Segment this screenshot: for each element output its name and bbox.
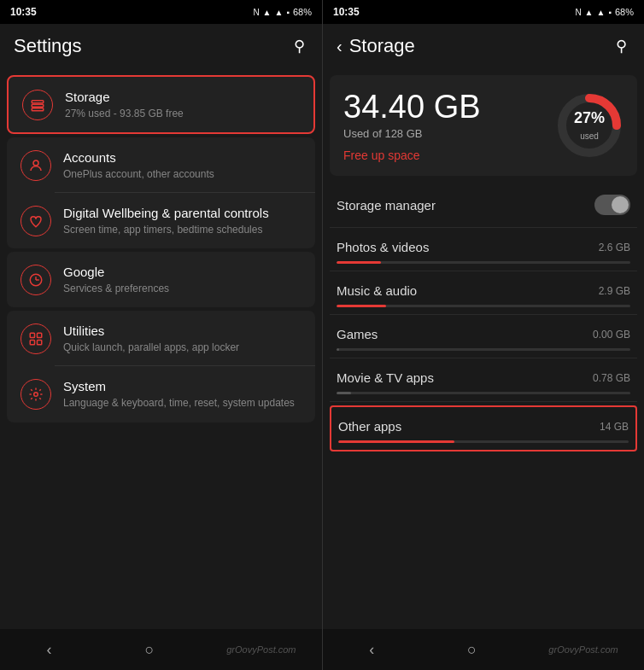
storage-row-movies-top: Movie & TV apps 0.78 GB bbox=[337, 370, 630, 385]
settings-item-google[interactable]: Google Services & preferences bbox=[7, 252, 315, 307]
google-title: Google bbox=[63, 264, 302, 281]
storage-manager-label: Storage manager bbox=[337, 198, 436, 213]
svg-point-9 bbox=[34, 393, 38, 397]
status-bar-left: 10:35 N ▲ ▲ ▪ 68% bbox=[0, 0, 322, 24]
utilities-icon-wrapper bbox=[20, 323, 51, 354]
music-bar-track bbox=[337, 305, 630, 307]
status-icons-left: N ▲ ▲ ▪ 68% bbox=[253, 7, 312, 17]
storage-row-photos[interactable]: Photos & videos 2.6 GB bbox=[330, 228, 637, 271]
system-subtitle: Language & keyboard, time, reset, system… bbox=[63, 397, 302, 411]
google-icon-wrapper bbox=[20, 265, 51, 295]
nfc-icon: N bbox=[253, 8, 259, 17]
battery-right: 68% bbox=[615, 7, 634, 17]
movies-bar-track bbox=[337, 392, 630, 394]
storage-row-games[interactable]: Games 0.00 GB bbox=[330, 315, 637, 358]
battery-left: 68% bbox=[293, 7, 312, 17]
games-bar-track bbox=[337, 348, 630, 351]
wellbeing-icon-wrapper bbox=[20, 206, 51, 236]
wifi-icon: ▲ bbox=[275, 8, 284, 17]
system-title: System bbox=[63, 378, 302, 395]
section-utilities: Utilities Quick launch, parallel apps, a… bbox=[7, 311, 315, 422]
page-title-right: Storage bbox=[349, 35, 612, 57]
svg-rect-8 bbox=[38, 340, 42, 344]
movies-size: 0.78 GB bbox=[593, 372, 630, 384]
wellbeing-title: Digital Wellbeing & parental controls bbox=[63, 205, 302, 222]
other-bar-track bbox=[338, 440, 629, 443]
storage-row-music[interactable]: Music & audio 2.9 GB bbox=[330, 271, 637, 315]
storage-row-photos-top: Photos & videos 2.6 GB bbox=[337, 240, 630, 254]
storage-row-other-top: Other apps 14 GB bbox=[338, 419, 629, 434]
search-button-right[interactable]: ⚲ bbox=[612, 33, 630, 59]
section-google: Google Services & preferences bbox=[7, 252, 315, 307]
games-size: 0.00 GB bbox=[593, 329, 630, 341]
search-button-left[interactable]: ⚲ bbox=[290, 33, 308, 59]
svg-rect-0 bbox=[32, 100, 44, 102]
utilities-subtitle: Quick launch, parallel apps, app locker bbox=[63, 341, 302, 355]
back-arrow-right[interactable]: ‹ bbox=[337, 37, 342, 56]
other-size: 14 GB bbox=[600, 421, 629, 433]
accounts-title: Accounts bbox=[63, 149, 302, 166]
accounts-text: Accounts OnePlus account, other accounts bbox=[63, 149, 302, 181]
settings-item-wellbeing[interactable]: Digital Wellbeing & parental controls Sc… bbox=[7, 193, 315, 248]
settings-item-system[interactable]: System Language & keyboard, time, reset,… bbox=[7, 366, 315, 422]
photos-bar-track bbox=[337, 261, 630, 264]
storage-row-music-top: Music & audio 2.9 GB bbox=[337, 283, 630, 298]
settings-item-utilities[interactable]: Utilities Quick launch, parallel apps, a… bbox=[7, 311, 315, 366]
donut-pct: 27% bbox=[574, 109, 605, 127]
section-accounts: Accounts OnePlus account, other accounts… bbox=[7, 137, 315, 248]
storage-info: 34.40 GB Used of 128 GB Free up space bbox=[343, 89, 481, 162]
storage-manager-row[interactable]: Storage manager bbox=[330, 183, 637, 228]
utilities-title: Utilities bbox=[63, 323, 302, 340]
storage-text: Storage 27% used - 93.85 GB free bbox=[65, 89, 300, 120]
google-subtitle: Services & preferences bbox=[63, 283, 302, 296]
donut-chart: 27% used bbox=[555, 91, 624, 160]
bottom-nav-right: ‹ ○ grOovyPost.com bbox=[323, 629, 644, 670]
storage-row-movies[interactable]: Movie & TV apps 0.78 GB bbox=[330, 358, 637, 402]
home-button-right[interactable]: ○ bbox=[447, 634, 497, 666]
movies-label: Movie & TV apps bbox=[337, 370, 434, 385]
system-text: System Language & keyboard, time, reset,… bbox=[63, 378, 302, 410]
section-storage: Storage 27% used - 93.85 GB free bbox=[7, 75, 315, 134]
svg-rect-6 bbox=[38, 333, 42, 337]
back-button-left[interactable]: ‹ bbox=[26, 634, 72, 666]
storage-of-text: Used of 128 GB bbox=[343, 127, 481, 140]
status-bar-right: 10:35 N ▲ ▲ ▪ 68% bbox=[323, 0, 644, 24]
games-label: Games bbox=[337, 327, 378, 341]
storage-row-other[interactable]: Other apps 14 GB bbox=[330, 405, 637, 452]
accounts-icon-wrapper bbox=[20, 150, 51, 181]
status-icons-right: N ▲ ▲ ▪ 68% bbox=[575, 7, 634, 17]
bottom-nav-left: ‹ ○ grOovyPost.com bbox=[0, 629, 322, 670]
storage-icon-wrapper bbox=[22, 90, 53, 120]
wellbeing-subtitle: Screen time, app timers, bedtime schedul… bbox=[63, 224, 302, 237]
storage-row-games-top: Games 0.00 GB bbox=[337, 327, 630, 341]
system-icon-wrapper bbox=[20, 379, 51, 410]
signal-icon-r: ▲ bbox=[585, 8, 594, 17]
svg-rect-5 bbox=[30, 333, 34, 337]
free-up-button[interactable]: Free up space bbox=[343, 149, 481, 162]
battery-icon-r: ▪ bbox=[608, 8, 612, 17]
photos-label: Photos & videos bbox=[337, 240, 429, 254]
svg-rect-1 bbox=[32, 104, 44, 107]
other-bar-fill bbox=[338, 440, 454, 443]
storage-manager-toggle[interactable] bbox=[594, 195, 630, 215]
time-left: 10:35 bbox=[10, 6, 37, 18]
top-bar-right: ‹ Storage ⚲ bbox=[323, 24, 644, 68]
signal-icon: ▲ bbox=[263, 8, 272, 17]
photos-bar-fill bbox=[337, 261, 381, 264]
battery-icon: ▪ bbox=[286, 8, 290, 17]
home-button-left[interactable]: ○ bbox=[124, 634, 174, 666]
donut-used: used bbox=[580, 131, 599, 141]
movies-bar-fill bbox=[337, 392, 351, 394]
top-bar-left: Settings ⚲ bbox=[0, 24, 322, 68]
left-panel: 10:35 N ▲ ▲ ▪ 68% Settings ⚲ bbox=[0, 0, 322, 670]
svg-rect-2 bbox=[32, 108, 44, 110]
back-button-right[interactable]: ‹ bbox=[348, 634, 395, 666]
photos-size: 2.6 GB bbox=[599, 242, 630, 253]
music-label: Music & audio bbox=[337, 283, 417, 298]
settings-list: Storage 27% used - 93.85 GB free Account… bbox=[0, 68, 322, 629]
settings-item-storage[interactable]: Storage 27% used - 93.85 GB free bbox=[9, 77, 313, 132]
settings-item-accounts[interactable]: Accounts OnePlus account, other accounts bbox=[7, 137, 315, 193]
games-bar-fill bbox=[337, 348, 339, 351]
svg-point-3 bbox=[33, 160, 38, 166]
other-label: Other apps bbox=[338, 419, 401, 434]
